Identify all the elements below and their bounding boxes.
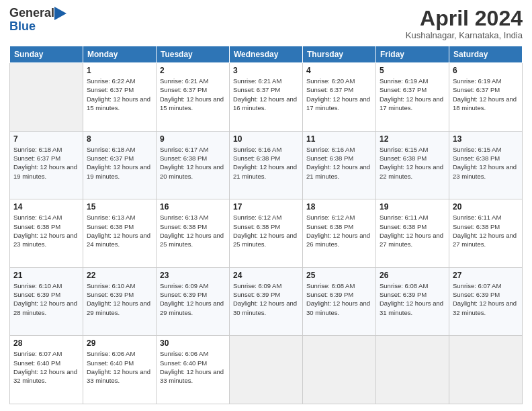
table-row: 28Sunrise: 6:07 AMSunset: 6:40 PMDayligh… xyxy=(10,336,83,404)
month-title: April 2024 xyxy=(406,7,523,30)
day-number: 7 xyxy=(13,134,79,144)
col-friday: Friday xyxy=(376,46,449,63)
day-info: Sunrise: 6:09 AMSunset: 6:39 PMDaylight:… xyxy=(160,281,226,317)
table-row: 25Sunrise: 6:08 AMSunset: 6:39 PMDayligh… xyxy=(303,267,376,336)
col-wednesday: Wednesday xyxy=(230,46,303,63)
day-info: Sunrise: 6:06 AMSunset: 6:40 PMDaylight:… xyxy=(160,349,226,385)
day-info: Sunrise: 6:08 AMSunset: 6:39 PMDaylight:… xyxy=(306,281,372,317)
day-info: Sunrise: 6:20 AMSunset: 6:37 PMDaylight:… xyxy=(306,77,372,112)
day-info: Sunrise: 6:12 AMSunset: 6:38 PMDaylight:… xyxy=(233,213,299,248)
day-number: 14 xyxy=(13,202,79,212)
calendar-week-row: 21Sunrise: 6:10 AMSunset: 6:39 PMDayligh… xyxy=(10,267,523,336)
table-row xyxy=(449,336,523,404)
day-number: 18 xyxy=(306,202,372,212)
day-number: 15 xyxy=(87,202,152,212)
page: GeneralBlue April 2024 Kushalnagar, Karn… xyxy=(0,0,532,411)
logo: GeneralBlue xyxy=(9,7,66,34)
day-info: Sunrise: 6:09 AMSunset: 6:39 PMDaylight:… xyxy=(233,281,299,317)
day-info: Sunrise: 6:21 AMSunset: 6:37 PMDaylight:… xyxy=(233,77,299,112)
col-tuesday: Tuesday xyxy=(157,46,230,63)
table-row: 29Sunrise: 6:06 AMSunset: 6:40 PMDayligh… xyxy=(83,336,157,404)
table-row: 16Sunrise: 6:13 AMSunset: 6:38 PMDayligh… xyxy=(157,199,230,268)
calendar-week-row: 14Sunrise: 6:14 AMSunset: 6:38 PMDayligh… xyxy=(10,199,523,268)
table-row: 13Sunrise: 6:15 AMSunset: 6:38 PMDayligh… xyxy=(449,131,523,199)
day-info: Sunrise: 6:10 AMSunset: 6:39 PMDaylight:… xyxy=(87,281,152,317)
table-row: 26Sunrise: 6:08 AMSunset: 6:39 PMDayligh… xyxy=(376,267,449,336)
day-number: 24 xyxy=(233,271,299,280)
calendar-table: Sunday Monday Tuesday Wednesday Thursday… xyxy=(9,46,523,404)
table-row: 17Sunrise: 6:12 AMSunset: 6:38 PMDayligh… xyxy=(230,199,303,268)
table-row: 9Sunrise: 6:17 AMSunset: 6:38 PMDaylight… xyxy=(157,131,230,199)
table-row: 11Sunrise: 6:16 AMSunset: 6:38 PMDayligh… xyxy=(303,131,376,199)
table-row: 10Sunrise: 6:16 AMSunset: 6:38 PMDayligh… xyxy=(230,131,303,199)
day-number: 6 xyxy=(453,66,519,75)
col-thursday: Thursday xyxy=(303,46,376,63)
day-number: 23 xyxy=(160,271,226,280)
logo-general-text: General xyxy=(9,7,54,20)
table-row: 27Sunrise: 6:07 AMSunset: 6:39 PMDayligh… xyxy=(449,267,523,336)
calendar-week-row: 28Sunrise: 6:07 AMSunset: 6:40 PMDayligh… xyxy=(10,336,523,404)
calendar-week-row: 7Sunrise: 6:18 AMSunset: 6:37 PMDaylight… xyxy=(10,131,523,199)
day-number: 22 xyxy=(87,271,152,280)
day-number: 16 xyxy=(160,202,226,212)
day-number: 13 xyxy=(453,134,519,144)
location: Kushalnagar, Karnataka, India xyxy=(406,30,523,40)
table-row xyxy=(230,336,303,404)
day-number: 3 xyxy=(233,66,299,75)
table-row: 24Sunrise: 6:09 AMSunset: 6:39 PMDayligh… xyxy=(230,267,303,336)
day-info: Sunrise: 6:15 AMSunset: 6:38 PMDaylight:… xyxy=(380,145,445,181)
day-info: Sunrise: 6:19 AMSunset: 6:37 PMDaylight:… xyxy=(453,77,519,112)
day-number: 10 xyxy=(233,134,299,144)
table-row: 6Sunrise: 6:19 AMSunset: 6:37 PMDaylight… xyxy=(449,63,523,132)
day-number: 30 xyxy=(160,338,226,348)
table-row: 22Sunrise: 6:10 AMSunset: 6:39 PMDayligh… xyxy=(83,267,157,336)
header: GeneralBlue April 2024 Kushalnagar, Karn… xyxy=(9,7,523,40)
table-row: 2Sunrise: 6:21 AMSunset: 6:37 PMDaylight… xyxy=(157,63,230,132)
table-row: 19Sunrise: 6:11 AMSunset: 6:38 PMDayligh… xyxy=(376,199,449,268)
day-number: 12 xyxy=(380,134,445,144)
day-info: Sunrise: 6:14 AMSunset: 6:38 PMDaylight:… xyxy=(13,213,79,248)
day-number: 27 xyxy=(453,271,519,280)
day-info: Sunrise: 6:07 AMSunset: 6:40 PMDaylight:… xyxy=(13,349,79,385)
day-info: Sunrise: 6:16 AMSunset: 6:38 PMDaylight:… xyxy=(233,145,299,181)
day-number: 25 xyxy=(306,271,372,280)
table-row: 21Sunrise: 6:10 AMSunset: 6:39 PMDayligh… xyxy=(10,267,83,336)
day-info: Sunrise: 6:16 AMSunset: 6:38 PMDaylight:… xyxy=(306,145,372,181)
day-number: 29 xyxy=(87,338,152,348)
table-row: 18Sunrise: 6:12 AMSunset: 6:38 PMDayligh… xyxy=(303,199,376,268)
calendar-header-row: Sunday Monday Tuesday Wednesday Thursday… xyxy=(10,46,523,63)
logo-blue-text: Blue xyxy=(9,19,36,33)
table-row: 30Sunrise: 6:06 AMSunset: 6:40 PMDayligh… xyxy=(157,336,230,404)
table-row: 14Sunrise: 6:14 AMSunset: 6:38 PMDayligh… xyxy=(10,199,83,268)
day-number: 5 xyxy=(380,66,445,75)
day-number: 1 xyxy=(87,66,152,75)
calendar-week-row: 1Sunrise: 6:22 AMSunset: 6:37 PMDaylight… xyxy=(10,63,523,132)
table-row xyxy=(376,336,449,404)
table-row: 15Sunrise: 6:13 AMSunset: 6:38 PMDayligh… xyxy=(83,199,157,268)
title-block: April 2024 Kushalnagar, Karnataka, India xyxy=(406,7,523,40)
table-row: 4Sunrise: 6:20 AMSunset: 6:37 PMDaylight… xyxy=(303,63,376,132)
day-info: Sunrise: 6:18 AMSunset: 6:37 PMDaylight:… xyxy=(13,145,79,181)
table-row: 12Sunrise: 6:15 AMSunset: 6:38 PMDayligh… xyxy=(376,131,449,199)
day-info: Sunrise: 6:13 AMSunset: 6:38 PMDaylight:… xyxy=(87,213,152,248)
table-row: 3Sunrise: 6:21 AMSunset: 6:37 PMDaylight… xyxy=(230,63,303,132)
day-number: 4 xyxy=(306,66,372,75)
table-row: 23Sunrise: 6:09 AMSunset: 6:39 PMDayligh… xyxy=(157,267,230,336)
table-row: 5Sunrise: 6:19 AMSunset: 6:37 PMDaylight… xyxy=(376,63,449,132)
table-row: 1Sunrise: 6:22 AMSunset: 6:37 PMDaylight… xyxy=(83,63,157,132)
table-row xyxy=(10,63,83,132)
day-info: Sunrise: 6:08 AMSunset: 6:39 PMDaylight:… xyxy=(380,281,445,317)
day-number: 11 xyxy=(306,134,372,144)
day-info: Sunrise: 6:19 AMSunset: 6:37 PMDaylight:… xyxy=(380,77,445,112)
day-number: 19 xyxy=(380,202,445,212)
day-number: 17 xyxy=(233,202,299,212)
day-info: Sunrise: 6:06 AMSunset: 6:40 PMDaylight:… xyxy=(87,349,152,385)
day-info: Sunrise: 6:18 AMSunset: 6:37 PMDaylight:… xyxy=(87,145,152,181)
table-row: 8Sunrise: 6:18 AMSunset: 6:37 PMDaylight… xyxy=(83,131,157,199)
day-number: 2 xyxy=(160,66,226,75)
table-row: 7Sunrise: 6:18 AMSunset: 6:37 PMDaylight… xyxy=(10,131,83,199)
table-row: 20Sunrise: 6:11 AMSunset: 6:38 PMDayligh… xyxy=(449,199,523,268)
svg-marker-0 xyxy=(54,7,66,20)
day-number: 21 xyxy=(13,271,79,280)
day-info: Sunrise: 6:11 AMSunset: 6:38 PMDaylight:… xyxy=(453,213,519,248)
